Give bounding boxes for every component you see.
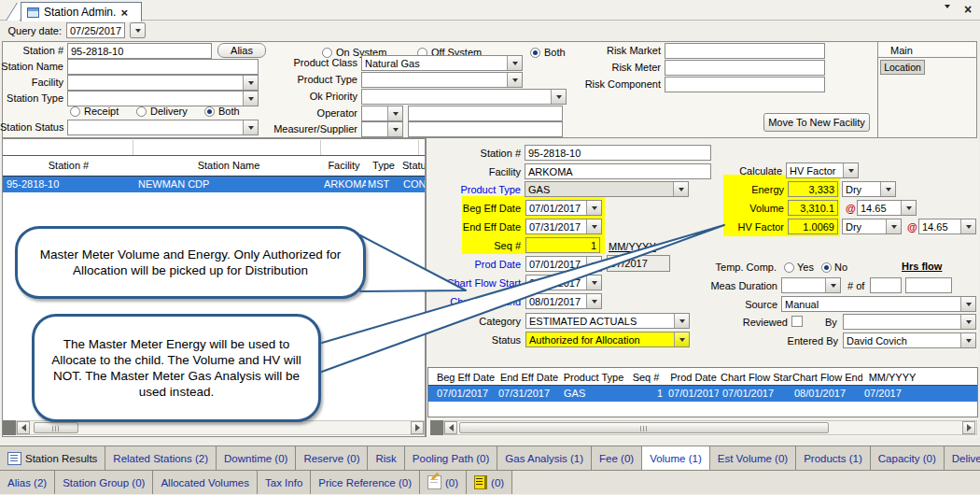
both-system-radio[interactable]	[530, 48, 540, 58]
tab-station-group[interactable]: Station Group (0)	[55, 470, 153, 494]
volume-scroll-right-arrow[interactable]	[962, 421, 975, 434]
detail-product-type-select[interactable]: GAS	[525, 181, 689, 197]
tab-products[interactable]: Products (1)	[796, 446, 871, 470]
product-type-select[interactable]	[361, 72, 523, 88]
hv-basis-select[interactable]: Dry	[842, 219, 902, 234]
detail-product-type-label[interactable]: Product Type	[429, 184, 521, 196]
tab-station-admin[interactable]: Station Admin. ×	[21, 2, 142, 21]
tab-volume[interactable]: Volume (1)	[642, 446, 710, 470]
tab-exceptions[interactable]: (0)	[467, 470, 512, 494]
tab-notes[interactable]: (0)	[420, 470, 467, 494]
beg-eff-date-select[interactable]: 07/01/2017	[525, 200, 602, 216]
location-button[interactable]: Location	[880, 60, 925, 75]
results-scroll-thumb[interactable]	[34, 422, 78, 433]
detail-station-number-input[interactable]: 95-2818-10	[525, 145, 711, 161]
tab-est-volume[interactable]: Est Volume (0)	[710, 446, 796, 470]
hv-pressure-select[interactable]: 14.65	[918, 219, 976, 234]
category-select[interactable]: ESTIMATED ACTUALS	[525, 313, 690, 329]
facility-select[interactable]	[67, 75, 259, 91]
volume-input[interactable]: 3,310.1	[788, 200, 838, 216]
query-date-input[interactable]: 07/25/2017	[66, 22, 125, 38]
volume-col-chart-flow-start[interactable]: Chart Flow Start	[721, 372, 792, 384]
station-status-select[interactable]	[67, 120, 259, 135]
mm-yyyy-input[interactable]: 07/2017	[607, 255, 670, 272]
source-select[interactable]: Manual	[781, 296, 976, 312]
energy-input[interactable]: 3,333	[788, 181, 838, 197]
reviewed-by-select[interactable]	[843, 314, 976, 330]
energy-basis-select[interactable]: Dry	[842, 181, 896, 197]
tab-allocated-volumes[interactable]: Allocated Volumes	[153, 470, 258, 494]
tab-risk[interactable]: Risk	[368, 446, 404, 470]
chart-flow-end-label[interactable]: Chart Flow End	[429, 296, 521, 308]
move-to-new-facility-button[interactable]: Move To New Facility	[763, 113, 870, 132]
volume-scroll-left-arrow[interactable]	[444, 421, 457, 434]
tab-tax-info[interactable]: Tax Info	[258, 470, 311, 494]
volume-scroll-thumb[interactable]	[459, 422, 829, 433]
prod-date-label[interactable]: Prod Date	[429, 259, 521, 271]
seq-input[interactable]: 1	[525, 237, 600, 253]
tab-fee[interactable]: Fee (0)	[592, 446, 642, 470]
results-col-type[interactable]: Type	[366, 160, 401, 172]
prod-date-select[interactable]: 07/01/2017	[525, 256, 602, 272]
results-col-station-number[interactable]: Station #	[2, 160, 135, 172]
tab-pooling-path[interactable]: Pooling Path (0)	[405, 446, 497, 470]
chart-flow-start-select[interactable]: 07/01/2017	[525, 275, 602, 290]
tab-station-results[interactable]: Station Results	[0, 446, 105, 470]
operator-select[interactable]	[361, 106, 403, 121]
status-select[interactable]: Authorized for Allocation	[525, 332, 690, 347]
results-col-status[interactable]: Status	[402, 160, 425, 172]
operator-input[interactable]	[408, 106, 563, 121]
volume-col-product-type[interactable]: Product Type	[562, 372, 625, 384]
volume-col-seq[interactable]: Seq #	[625, 372, 666, 384]
results-scroll-left-arrow[interactable]	[17, 421, 30, 434]
volume-col-end-eff[interactable]: End Eff Date	[497, 372, 562, 384]
tab-reserve[interactable]: Reserve (0)	[296, 446, 368, 470]
volume-col-mm-yyyy[interactable]: MM/YYYY	[862, 372, 922, 384]
tab-related-stations[interactable]: Related Stations (2)	[105, 446, 217, 470]
volume-col-prod-date[interactable]: Prod Date	[666, 372, 721, 384]
product-class-select[interactable]: Natural Gas	[361, 55, 523, 71]
station-type-select[interactable]	[67, 91, 259, 106]
measurer-supplier-input[interactable]	[408, 121, 563, 137]
volume-pressure-select[interactable]: 14.65	[857, 200, 917, 216]
entered-by-select[interactable]: David Covich	[843, 332, 976, 348]
measurer-supplier-select[interactable]	[361, 121, 403, 137]
both-flow-radio[interactable]	[204, 106, 215, 117]
station-name-input[interactable]	[67, 59, 259, 75]
ok-priority-select[interactable]	[361, 89, 567, 105]
tab-capacity[interactable]: Capacity (0)	[871, 446, 945, 470]
station-number-input[interactable]: 95-2818-10	[67, 43, 212, 59]
reviewed-checkbox[interactable]	[791, 316, 803, 327]
results-col-station-name[interactable]: Station Name	[135, 160, 322, 172]
temp-comp-yes-radio[interactable]	[784, 262, 794, 273]
tabstrip-close-icon[interactable]: ×	[964, 2, 972, 17]
chart-flow-start-label[interactable]: Chart Flow Start	[429, 277, 521, 290]
delivery-radio[interactable]	[136, 106, 147, 117]
tab-alias[interactable]: Alias (2)	[0, 470, 55, 494]
risk-component-input[interactable]	[665, 77, 825, 92]
risk-meter-input[interactable]	[665, 60, 825, 76]
volume-col-beg-eff[interactable]: Beg Eff Date	[435, 372, 497, 384]
alias-button[interactable]: Alias	[217, 43, 266, 58]
query-date-dropdown-button[interactable]	[130, 22, 146, 38]
risk-market-input[interactable]	[665, 43, 825, 59]
results-scroll-right-arrow[interactable]	[411, 421, 424, 434]
calculate-select[interactable]: HV Factor	[786, 163, 859, 178]
results-col-facility[interactable]: Facility	[322, 160, 366, 172]
receipt-radio[interactable]	[70, 106, 80, 117]
meas-duration-select[interactable]	[781, 277, 841, 293]
tabstrip-menu-caret-icon[interactable]	[945, 8, 950, 20]
chart-flow-end-select[interactable]: 08/01/2017	[525, 293, 602, 309]
num-of-input[interactable]	[870, 277, 902, 293]
tab-downtime[interactable]: Downtime (0)	[217, 446, 296, 470]
volume-col-chart-flow-end[interactable]: Chart Flow End	[792, 372, 862, 384]
temp-comp-no-radio[interactable]	[821, 262, 832, 273]
detail-facility-input[interactable]: ARKOMA	[525, 163, 711, 179]
end-eff-date-select[interactable]: 07/31/2017	[525, 219, 602, 234]
hv-factor-input[interactable]: 1.0069	[788, 219, 838, 234]
tab-price-reference[interactable]: Price Reference (0)	[311, 470, 420, 494]
hrs-flow-input[interactable]	[905, 277, 952, 293]
tab-gas-analysis[interactable]: Gas Analysis (1)	[497, 446, 592, 470]
tab-deliverability[interactable]: Deliverability (0)	[945, 446, 980, 470]
tab-close-icon[interactable]: ×	[120, 6, 128, 20]
